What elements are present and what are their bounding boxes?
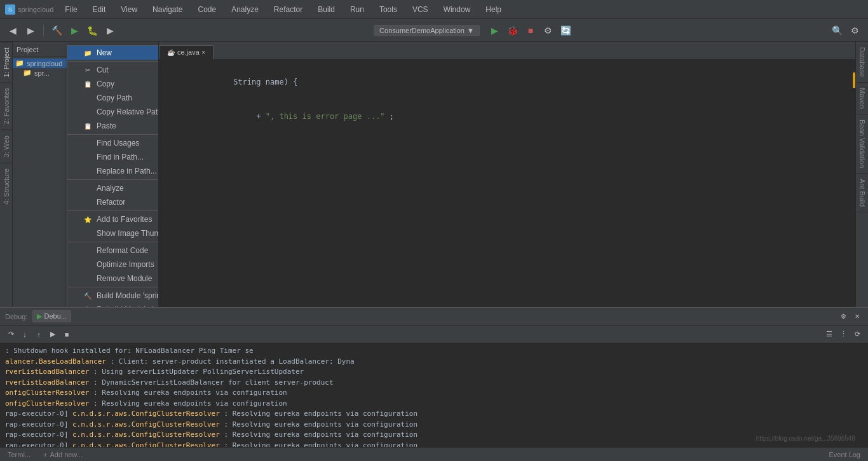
status-right: Event Log <box>826 451 863 458</box>
right-tab-maven[interactable]: Maven <box>857 83 868 114</box>
menu-analyze[interactable]: Analyze <box>227 4 262 15</box>
right-sidebar-tabs: Database Maven Bean Validation Ant Build <box>855 42 868 307</box>
editor-tab-ce-java[interactable]: ☕ ce.java × <box>159 45 214 59</box>
ctx-cut[interactable]: ✂ Cut Ctrl+X <box>67 63 159 77</box>
right-tab-ant-build[interactable]: Ant Build <box>857 174 868 212</box>
menu-file[interactable]: File <box>61 4 81 15</box>
ctx-sep3 <box>67 179 159 180</box>
menu-refactor[interactable]: Refactor <box>270 4 306 15</box>
menu-code[interactable]: Code <box>194 4 220 15</box>
ctx-new-label: New <box>97 48 112 57</box>
debug-session-btn[interactable]: ▶ Debu... <box>32 310 71 322</box>
debug-header: Debug: ▶ Debu... ⚙ ✕ <box>0 308 868 326</box>
menu-navigate[interactable]: Navigate <box>149 4 186 15</box>
debug-restore-btn[interactable]: ⟳ <box>851 329 863 340</box>
debug-action-btn[interactable]: 🐞 <box>505 23 520 38</box>
code-editor[interactable]: String name) { + ", this is error page .… <box>159 60 855 307</box>
menu-build[interactable]: Build <box>314 4 339 15</box>
ctx-build-module-icon: 🔨 <box>83 291 93 301</box>
tree-item-root-label: springcloud <box>27 60 62 67</box>
ctx-rebuild-module-label: Rebuild Module 'springcloud' <box>97 305 159 307</box>
profile-btn[interactable]: ⚙ <box>541 23 556 38</box>
menu-window[interactable]: Window <box>440 4 475 15</box>
menu-run[interactable]: Run <box>346 4 368 15</box>
change-indicator <box>853 72 855 88</box>
forward-btn[interactable]: ▶ <box>23 23 38 38</box>
bottom-panel: Debug: ▶ Debu... ⚙ ✕ ↷ ↓ ↑ ▶ ■ ☰ ⋮ ⟳ <box>0 307 868 447</box>
debug-close-btn[interactable]: ✕ <box>851 311 863 322</box>
ctx-show-image[interactable]: Show Image Thumbnails <box>67 226 159 240</box>
left-tab-web[interactable]: 3: Web <box>1 130 12 163</box>
menu-bar: S springcloud File Edit View Navigate Co… <box>0 0 868 19</box>
ctx-copy-rel-path[interactable]: Copy Relative Path Ctrl+Alt+Shift+C <box>67 105 159 119</box>
ctx-cut-label: Cut <box>97 65 109 74</box>
ctx-build-module[interactable]: 🔨 Build Module 'springcloud' <box>67 289 159 303</box>
search-everywhere-btn[interactable]: 🔍 <box>830 23 845 38</box>
debug-settings-btn[interactable]: ⚙ <box>837 311 849 322</box>
debug-step-out[interactable]: ↑ <box>33 329 44 340</box>
console-line-4: rverListLoadBalancer : DynamicServerList… <box>5 378 863 389</box>
settings-btn[interactable]: ⚙ <box>848 23 863 38</box>
terminal-btn[interactable]: Termi... <box>5 451 33 458</box>
ctx-add-fav-label: Add to Favorites <box>97 215 152 224</box>
menu-edit[interactable]: Edit <box>89 4 110 15</box>
ctx-replace-path-icon <box>83 166 93 176</box>
left-tab-structure[interactable]: 4: Structure <box>1 163 12 210</box>
ctx-replace-path[interactable]: Replace in Path... <box>67 164 159 178</box>
menu-tools[interactable]: Tools <box>376 4 401 15</box>
debug-btn[interactable]: 🐛 <box>85 23 100 38</box>
ctx-add-favorites[interactable]: ⭐ Add to Favorites ▶ <box>67 212 159 226</box>
run-config-selector[interactable]: ConsumerDemoApplication ▼ <box>374 25 480 36</box>
debug-columns-btn[interactable]: ⋮ <box>837 329 849 340</box>
ctx-optimize[interactable]: Optimize Imports Ctrl+Alt+O <box>67 258 159 272</box>
ctx-copy[interactable]: 📋 Copy Ctrl+C <box>67 77 159 91</box>
ctx-find-path[interactable]: Find in Path... Ctrl+H <box>67 150 159 164</box>
menu-view[interactable]: View <box>117 4 141 15</box>
stop-btn[interactable]: ■ <box>523 23 538 38</box>
ctx-sep2 <box>67 134 159 135</box>
right-tab-bean-validation[interactable]: Bean Validation <box>857 114 868 174</box>
left-tab-project[interactable]: 1: Project <box>1 42 12 82</box>
ctx-refactor[interactable]: Refactor ▶ <box>67 195 159 209</box>
add-new-label: Add new... <box>50 451 83 458</box>
ctx-new[interactable]: 📁 New ▶ <box>67 46 159 60</box>
ctx-rebuild-module[interactable]: 🔨 Rebuild Module 'springcloud' Ctrl+Shif… <box>67 303 159 307</box>
ctx-remove-module-icon <box>83 273 93 284</box>
left-tab-favorites[interactable]: 2: Favorites <box>1 82 12 129</box>
right-tab-database[interactable]: Database <box>857 42 868 83</box>
debug-step-over[interactable]: ↷ <box>5 329 17 340</box>
status-bar: Termi... + Add new... Event Log <box>0 447 868 461</box>
event-log-btn[interactable]: Event Log <box>826 451 863 458</box>
ctx-paste[interactable]: 📋 Paste Ctrl+V <box>67 119 159 133</box>
ctx-sep4 <box>67 210 159 211</box>
debug-stop[interactable]: ■ <box>61 329 72 340</box>
update-btn[interactable]: 🔄 <box>559 23 574 38</box>
ctx-new-icon: 📁 <box>83 48 93 58</box>
ctx-refactor-label: Refactor <box>97 198 125 207</box>
build-btn[interactable]: 🔨 <box>49 23 64 38</box>
ctx-build-module-label: Build Module 'springcloud' <box>97 291 159 300</box>
back-btn[interactable]: ◀ <box>5 23 20 38</box>
ctx-reformat-label: Reformat Code <box>97 246 148 255</box>
ctx-reformat[interactable]: Reformat Code Ctrl+Alt+L <box>67 244 159 258</box>
ctx-remove-module[interactable]: Remove Module Delete <box>67 272 159 286</box>
debug-resume[interactable]: ▶ <box>47 329 58 340</box>
debug-list-btn[interactable]: ☰ <box>824 329 835 340</box>
ctx-reformat-icon <box>83 245 93 256</box>
debug-step-into[interactable]: ↓ <box>19 329 31 340</box>
menu-help[interactable]: Help <box>482 4 505 15</box>
app-icon: S <box>5 4 15 15</box>
menu-vcs[interactable]: VCS <box>409 4 432 15</box>
ctx-find-path-icon <box>83 152 93 162</box>
ctx-copy-path[interactable]: Copy Path Ctrl+Shift+C <box>67 91 159 105</box>
coverage-btn[interactable]: ▶ <box>102 23 118 38</box>
run-btn[interactable]: ▶ <box>67 23 82 38</box>
add-new-btn[interactable]: + Add new... <box>41 451 85 458</box>
console-line-6: onfigClusterResolver : Resolving eureka … <box>5 399 863 409</box>
ctx-analyze[interactable]: Analyze ▶ <box>67 181 159 195</box>
debug-label: Debug: <box>5 313 27 320</box>
left-vertical-tabs: 1: Project 2: Favorites 3: Web 4: Struct… <box>0 42 13 307</box>
ctx-find-usages[interactable]: Find Usages Ctrl+G <box>67 136 159 150</box>
main-toolbar: ◀ ▶ 🔨 ▶ 🐛 ▶ ConsumerDemoApplication ▼ ▶ … <box>0 19 868 42</box>
run-action-btn[interactable]: ▶ <box>487 23 503 38</box>
